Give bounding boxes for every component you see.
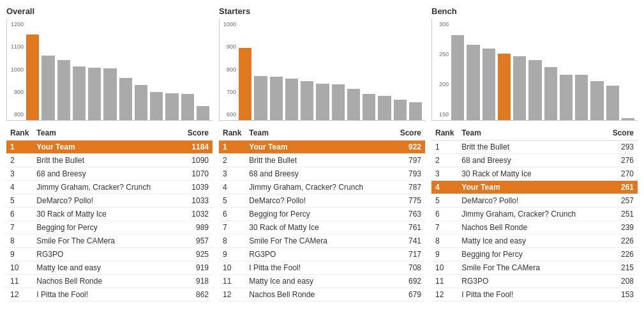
score-cell: 239: [606, 221, 638, 235]
table-row: 2Britt the Bullet797: [219, 154, 425, 167]
section-title: Overall: [6, 6, 213, 16]
rank-cell: 3: [219, 167, 245, 181]
rank-cell: 8: [219, 235, 245, 248]
score-cell: 775: [393, 194, 425, 208]
table-header: Score: [393, 126, 425, 141]
table-row: 4Jimmy Graham, Cracker? Crunch1039: [6, 181, 213, 194]
y-axis-label: 900: [8, 89, 25, 95]
rank-cell: 12: [431, 288, 458, 302]
table-header: Score: [181, 126, 213, 141]
table-row: 10Matty Ice and easy919: [6, 261, 213, 275]
chart-bar: [409, 102, 422, 120]
rank-cell: 5: [431, 194, 458, 208]
table-row: 4Your Team261: [431, 181, 638, 194]
table-row: 7Nachos Bell Ronde239: [431, 221, 638, 235]
table-row: 5DeMarco? Pollo!775: [219, 194, 425, 208]
chart-bar: [270, 77, 283, 120]
team-cell: DeMarco? Pollo!: [33, 194, 181, 208]
y-axis-label: 1000: [221, 21, 237, 27]
score-cell: 215: [606, 261, 638, 275]
rank-cell: 3: [6, 167, 33, 181]
team-cell: RG3PO: [245, 248, 393, 261]
y-axis-label: 1200: [8, 21, 25, 27]
score-cell: 226: [606, 248, 638, 261]
chart-bar: [135, 85, 147, 120]
chart-bar: [254, 76, 267, 120]
score-cell: 1184: [181, 141, 213, 154]
rank-cell: 7: [6, 221, 33, 235]
rank-cell: 10: [6, 261, 33, 275]
y-axis-label: 900: [221, 43, 237, 50]
score-cell: 1070: [181, 167, 213, 181]
chart-bar: [197, 106, 209, 120]
team-cell: Matty Ice and easy: [245, 275, 393, 288]
table-row: 4Jimmy Graham, Cracker? Crunch787: [219, 181, 425, 194]
rank-cell: 4: [431, 181, 458, 194]
chart-bar: [41, 56, 54, 121]
chart-bar: [513, 56, 526, 120]
section-bench: Bench300250200150RankTeamScore1Britt the…: [431, 6, 638, 302]
chart-bar: [528, 60, 541, 120]
table-header: Rank: [219, 126, 245, 141]
table-row: 8Smile For The CAMera741: [219, 235, 425, 248]
score-cell: 153: [606, 288, 638, 302]
team-cell: Nachos Bell Ronde: [458, 221, 606, 235]
team-cell: 30 Rack of Matty Ice: [245, 221, 393, 235]
team-cell: Your Team: [458, 181, 606, 194]
y-axis-label: 300: [433, 21, 450, 27]
score-cell: 793: [393, 167, 425, 181]
rank-cell: 9: [219, 248, 245, 261]
team-cell: RG3PO: [33, 248, 181, 261]
team-cell: 30 Rack of Matty Ice: [458, 167, 606, 181]
rank-cell: 1: [219, 141, 245, 154]
rank-cell: 4: [6, 181, 33, 194]
team-cell: Britt the Bullet: [245, 154, 393, 167]
team-cell: 30 Rack of Matty Ice: [33, 208, 181, 221]
y-axis-label: 1100: [8, 43, 25, 50]
rank-cell: 6: [219, 208, 245, 221]
table-row: 8Smile For The CAMera957: [6, 235, 213, 248]
score-cell: 741: [393, 235, 425, 248]
table-row: 9RG3PO717: [219, 248, 425, 261]
score-cell: 708: [393, 261, 425, 275]
team-cell: I Pitta the Fool!: [458, 288, 606, 302]
score-cell: 257: [606, 194, 638, 208]
table-row: 12I Pitta the Fool!862: [6, 288, 213, 302]
y-axis-label: 600: [221, 111, 237, 118]
table-row: 1Britt the Bullet293: [431, 141, 638, 154]
team-cell: DeMarco? Pollo!: [245, 194, 393, 208]
y-axis-label: 700: [221, 89, 237, 95]
rank-cell: 11: [431, 275, 458, 288]
table-row: 630 Rack of Matty Ice1032: [6, 208, 213, 221]
team-cell: 68 and Breesy: [245, 167, 393, 181]
team-cell: Jimmy Graham, Cracker? Crunch: [33, 181, 181, 194]
chart-bar: [451, 35, 464, 120]
score-cell: 1039: [181, 181, 213, 194]
table-row: 5DeMarco? Pollo!1033: [6, 194, 213, 208]
chart-bar: [316, 84, 329, 120]
score-cell: 276: [606, 154, 638, 167]
rank-cell: 2: [6, 154, 33, 167]
table-row: 11Matty Ice and easy692: [219, 275, 425, 288]
chart-bar: [103, 68, 116, 120]
section-overall: Overall120011001000900800RankTeamScore1Y…: [6, 6, 213, 302]
team-cell: Jimmy Graham, Cracker? Crunch: [245, 181, 393, 194]
table-header: Team: [33, 126, 181, 141]
rank-cell: 9: [6, 248, 33, 261]
chart-bar: [150, 92, 163, 120]
chart-bar: [622, 118, 634, 120]
table-row: 1Your Team922: [219, 141, 425, 154]
table-header: Score: [606, 126, 638, 141]
rankings-table: RankTeamScore1Your Team11842Britt the Bu…: [6, 126, 213, 302]
score-cell: 717: [393, 248, 425, 261]
y-axis-label: 800: [8, 111, 25, 118]
team-cell: Your Team: [245, 141, 393, 154]
team-cell: Begging for Percy: [245, 208, 393, 221]
score-cell: 692: [393, 275, 425, 288]
chart-bar: [394, 100, 407, 120]
chart-bar: [606, 86, 619, 120]
table-header: Team: [458, 126, 606, 141]
rank-cell: 10: [219, 261, 245, 275]
table-row: 330 Rack of Matty Ice270: [431, 167, 638, 181]
score-cell: 226: [606, 235, 638, 248]
